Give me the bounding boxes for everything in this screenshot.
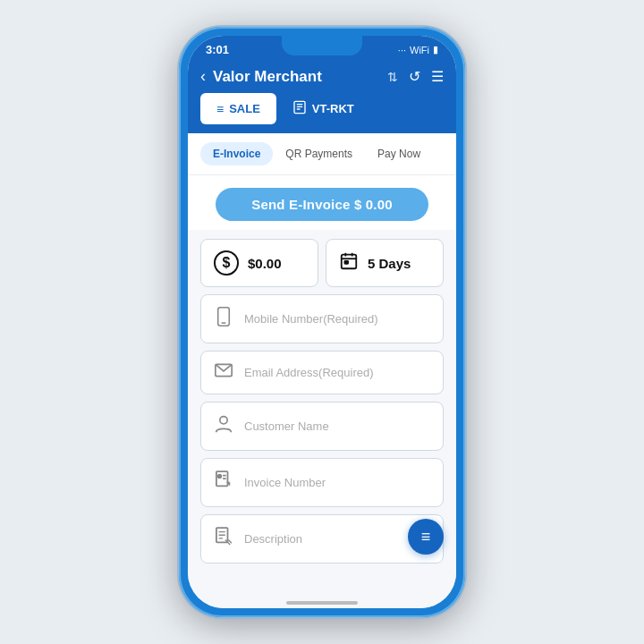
calendar-icon	[339, 251, 359, 275]
svg-rect-8	[344, 261, 348, 264]
sale-tab-label: SALE	[229, 102, 260, 115]
sale-tab-icon: ≡	[216, 102, 224, 116]
signal-dots: ···	[398, 45, 406, 55]
customer-name-input[interactable]	[244, 419, 430, 433]
amount-days-row: $ $0.00 5 Day	[200, 239, 444, 287]
sort-icon[interactable]: ⇅	[387, 70, 398, 84]
svg-rect-2	[297, 106, 303, 107]
vt-rkt-tab-label: VT-RKT	[312, 102, 354, 115]
menu-icon[interactable]: ☰	[431, 68, 444, 85]
refresh-icon[interactable]: ↺	[409, 68, 420, 85]
svg-point-14	[218, 475, 222, 479]
days-value: 5 Days	[368, 256, 411, 271]
header-icons: ⇅ ↺ ☰	[387, 68, 444, 85]
invoice-number-field[interactable]	[200, 458, 444, 507]
mobile-input[interactable]	[244, 312, 430, 326]
tab-bar: ≡ SALE VT-RKT	[188, 93, 456, 133]
phone-frame: 3:01 ··· WiFi ▮ ‹ Valor Merchant ⇅ ↺ ☰ ≡…	[179, 27, 465, 617]
svg-rect-1	[297, 104, 303, 105]
days-box[interactable]: 5 Days	[326, 239, 444, 287]
svg-rect-3	[297, 108, 301, 109]
sub-tab-einvoice[interactable]: E-Invoice	[200, 142, 273, 165]
email-field[interactable]	[200, 351, 444, 394]
tab-sale[interactable]: ≡ SALE	[200, 93, 276, 124]
send-einvoice-button[interactable]: Send E-Invoice $ 0.00	[216, 188, 428, 221]
email-icon	[214, 363, 233, 382]
send-button-wrapper: Send E-Invoice $ 0.00	[188, 175, 456, 230]
dollar-icon: $	[214, 250, 239, 275]
vt-rkt-tab-icon	[292, 100, 307, 117]
invoice-icon	[214, 470, 233, 495]
back-button[interactable]: ‹	[200, 67, 206, 86]
person-icon	[214, 414, 233, 438]
battery-icon: ▮	[433, 44, 438, 55]
sub-tab-qr[interactable]: QR Payments	[273, 142, 365, 165]
home-bar	[286, 601, 358, 605]
invoice-number-input[interactable]	[244, 476, 430, 489]
sub-tabs: E-Invoice QR Payments Pay Now	[188, 133, 456, 175]
notch	[282, 36, 362, 55]
description-input[interactable]	[244, 532, 430, 546]
fab-icon: ≡	[421, 528, 431, 547]
sub-tab-paynow[interactable]: Pay Now	[365, 142, 433, 165]
app-header: ‹ Valor Merchant ⇅ ↺ ☰	[188, 60, 456, 93]
wifi-icon: WiFi	[410, 45, 429, 55]
amount-box[interactable]: $ $0.00	[200, 239, 318, 287]
fab-button[interactable]: ≡	[408, 519, 444, 555]
tab-vt-rkt[interactable]: VT-RKT	[276, 93, 370, 124]
amount-value: $0.00	[248, 256, 282, 271]
customer-name-field[interactable]	[200, 402, 444, 451]
home-indicator	[188, 594, 456, 608]
description-icon	[214, 527, 233, 551]
mobile-icon	[214, 307, 233, 331]
header-title: Valor Merchant	[213, 68, 387, 86]
status-icons: ··· WiFi ▮	[398, 44, 438, 55]
email-input[interactable]	[244, 366, 430, 379]
mobile-field[interactable]	[200, 294, 444, 343]
svg-point-12	[220, 417, 227, 424]
status-time: 3:01	[206, 43, 229, 56]
